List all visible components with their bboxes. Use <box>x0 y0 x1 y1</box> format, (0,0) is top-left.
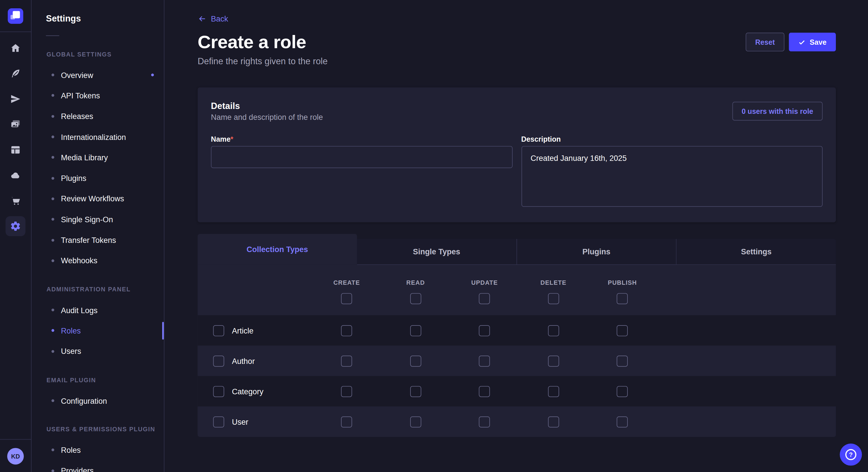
select-all-read-checkbox[interactable] <box>410 293 422 304</box>
page-subtitle: Define the rights given to the role <box>198 55 836 67</box>
permission-checkbox-update[interactable] <box>479 355 490 367</box>
permission-checkbox-read[interactable] <box>410 386 422 397</box>
description-field-group: Description Created January 16th, 2025 <box>521 135 823 209</box>
tab-collection-types[interactable]: Collection Types <box>198 234 357 265</box>
permission-checkbox-create[interactable] <box>341 416 352 427</box>
help-button[interactable]: ? <box>840 444 862 466</box>
row-select-checkbox[interactable] <box>213 355 224 367</box>
details-subtitle: Name and description of the role <box>211 113 323 122</box>
permissions-tabs: Collection Types Single Types Plugins Se… <box>198 234 836 265</box>
sidebar-item-plugins[interactable]: Plugins <box>32 168 164 189</box>
details-title: Details <box>211 101 323 112</box>
name-field-group: Name* <box>211 135 513 209</box>
permission-checkbox-update[interactable] <box>479 386 490 397</box>
bullet-icon <box>51 469 54 472</box>
strapi-logo-glyph-shadow <box>11 14 15 19</box>
home-icon[interactable] <box>5 38 25 58</box>
permission-checkbox-publish[interactable] <box>617 386 628 397</box>
content-type-builder-layout-icon[interactable] <box>5 140 25 160</box>
permission-checkbox-create[interactable] <box>341 325 352 336</box>
permission-checkbox-create[interactable] <box>341 386 352 397</box>
sidebar-item-single-sign-on[interactable]: Single Sign-On <box>32 209 164 230</box>
section-label-global-settings: GLOBAL SETTINGS <box>46 49 164 60</box>
tab-settings[interactable]: Settings <box>676 239 836 265</box>
sidebar-title-divider <box>46 35 59 36</box>
sidebar-item-releases[interactable]: Releases <box>32 106 164 127</box>
permission-checkbox-update[interactable] <box>479 416 490 427</box>
marketplace-cart-icon[interactable] <box>5 191 25 210</box>
sidebar-item-audit-logs[interactable]: Audit Logs <box>32 300 164 320</box>
column-delete: DELETE <box>519 279 588 304</box>
sidebar-item-internationalization[interactable]: Internationalization <box>32 127 164 147</box>
sidebar-item-roles-admin[interactable]: Roles <box>32 320 164 341</box>
column-update: UPDATE <box>450 279 519 304</box>
name-input[interactable] <box>211 146 513 168</box>
permissions-table-header: CREATE READ UPDATE DELETE <box>198 265 836 315</box>
sidebar-item-overview[interactable]: Overview <box>32 65 164 86</box>
bullet-icon <box>51 136 54 138</box>
main-nav-rail: KD <box>0 0 32 472</box>
required-asterisk: * <box>230 135 234 143</box>
bullet-icon <box>51 350 54 353</box>
bullet-icon <box>51 177 54 179</box>
permission-checkbox-read[interactable] <box>410 416 422 427</box>
sidebar-item-transfer-tokens[interactable]: Transfer Tokens <box>32 230 164 250</box>
active-item-indicator <box>162 322 164 340</box>
releases-paper-plane-icon[interactable] <box>5 89 25 109</box>
permission-checkbox-delete[interactable] <box>548 355 559 367</box>
permission-checkbox-update[interactable] <box>479 325 490 336</box>
select-all-update-checkbox[interactable] <box>479 293 490 304</box>
sidebar-item-api-tokens[interactable]: API Tokens <box>32 86 164 106</box>
nav-list-administration-panel: Audit Logs Roles Users <box>32 300 164 362</box>
table-row-category: Category <box>198 376 836 406</box>
bullet-icon <box>51 115 54 118</box>
sidebar-item-providers[interactable]: Providers <box>32 460 164 472</box>
permission-checkbox-create[interactable] <box>341 355 352 367</box>
user-avatar[interactable]: KD <box>7 448 24 464</box>
row-select-checkbox[interactable] <box>213 386 224 397</box>
permission-checkbox-delete[interactable] <box>548 325 559 336</box>
row-select-checkbox[interactable] <box>213 416 224 427</box>
row-name-cell: Category <box>198 386 312 397</box>
sidebar-item-review-workflows[interactable]: Review Workflows <box>32 189 164 209</box>
nav-list-email-plugin: Configuration <box>32 390 164 411</box>
bullet-icon <box>51 218 54 221</box>
bullet-icon <box>51 239 54 241</box>
reset-button[interactable]: Reset <box>746 33 784 52</box>
row-select-checkbox[interactable] <box>213 325 224 336</box>
arrow-left-icon <box>198 14 207 23</box>
content-manager-feather-icon[interactable] <box>5 64 25 83</box>
tab-plugins[interactable]: Plugins <box>516 239 676 265</box>
settings-gear-icon[interactable] <box>5 216 25 236</box>
sidebar-item-media-library[interactable]: Media Library <box>32 147 164 168</box>
permission-checkbox-publish[interactable] <box>617 416 628 427</box>
rail-icon-list <box>5 32 25 236</box>
details-card-header: Details Name and description of the role… <box>211 101 823 122</box>
bullet-icon <box>51 449 54 452</box>
page-title: Create a role <box>198 31 306 53</box>
table-row-author: Author <box>198 345 836 376</box>
tab-single-types[interactable]: Single Types <box>357 239 516 265</box>
sidebar-item-roles-up[interactable]: Roles <box>32 440 164 461</box>
deploy-cloud-icon[interactable] <box>5 165 25 185</box>
select-all-publish-checkbox[interactable] <box>617 293 628 304</box>
description-textarea[interactable]: Created January 16th, 2025 <box>521 146 823 207</box>
permission-checkbox-read[interactable] <box>410 325 422 336</box>
sidebar-item-users[interactable]: Users <box>32 341 164 362</box>
select-all-create-checkbox[interactable] <box>341 293 352 304</box>
strapi-logo[interactable] <box>8 8 23 24</box>
permission-checkbox-publish[interactable] <box>617 325 628 336</box>
details-fields: Name* Description Created January 16th, … <box>211 135 823 209</box>
save-button[interactable]: Save <box>788 33 836 52</box>
select-all-delete-checkbox[interactable] <box>548 293 559 304</box>
sidebar-item-configuration[interactable]: Configuration <box>32 390 164 411</box>
permission-checkbox-publish[interactable] <box>617 355 628 367</box>
users-with-role-button[interactable]: 0 users with this role <box>732 102 823 121</box>
permission-checkbox-read[interactable] <box>410 355 422 367</box>
back-link[interactable]: Back <box>198 14 228 23</box>
media-library-icon[interactable] <box>5 114 25 134</box>
sidebar-item-webhooks[interactable]: Webhooks <box>32 250 164 271</box>
permission-checkbox-delete[interactable] <box>548 386 559 397</box>
row-name-cell: Author <box>198 355 312 367</box>
permission-checkbox-delete[interactable] <box>548 416 559 427</box>
